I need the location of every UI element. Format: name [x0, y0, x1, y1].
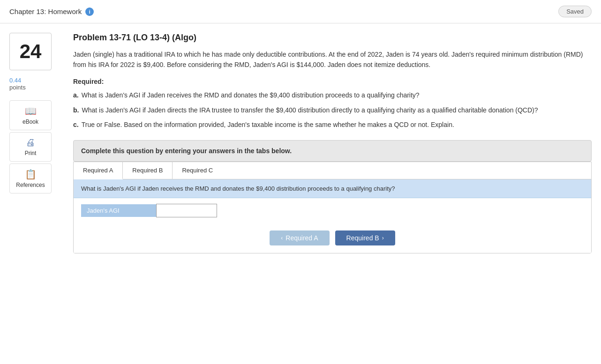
question-c-label: c. — [73, 119, 79, 131]
print-icon: 🖨 — [26, 137, 35, 148]
main-layout: 24 0.44 points 📖 eBook 🖨 Print 📋 Referen… — [0, 23, 601, 263]
question-b-text: What is Jaden's AGI if Jaden directs the… — [82, 105, 538, 116]
sidebar-tools: 📖 eBook 🖨 Print 📋 References — [9, 100, 66, 193]
references-icon: 📋 — [25, 169, 37, 180]
question-number: 24 — [20, 40, 42, 63]
next-chevron-icon: › — [382, 235, 384, 241]
question-b: b. What is Jaden's AGI if Jaden directs … — [73, 105, 592, 116]
instruction-text: Complete this question by entering your … — [81, 147, 292, 155]
tab-question-row: What is Jaden's AGI if Jaden receives th… — [74, 179, 591, 198]
prev-button[interactable]: ‹ Required A — [270, 230, 329, 245]
answer-label: Jaden's AGI — [81, 204, 156, 217]
question-number-box: 24 — [9, 33, 52, 70]
references-button[interactable]: 📋 References — [9, 163, 52, 193]
references-label: References — [16, 182, 45, 188]
points-label: points — [9, 84, 66, 91]
tabs-container: Required A Required B Required C What is… — [73, 162, 592, 253]
problem-description: Jaden (single) has a traditional IRA to … — [73, 49, 592, 70]
info-icon[interactable]: i — [85, 7, 94, 16]
tabs-header: Required A Required B Required C — [74, 162, 591, 179]
header-left: Chapter 13: Homework i — [9, 7, 94, 16]
question-a-text: What is Jaden's AGI if Jaden receives th… — [82, 90, 420, 101]
points-value: 0.44 — [9, 77, 21, 84]
tab-required-b[interactable]: Required B — [123, 162, 173, 179]
tab-content: What is Jaden's AGI if Jaden receives th… — [74, 179, 591, 253]
tab-question-text: What is Jaden's AGI if Jaden receives th… — [81, 185, 395, 192]
prev-label: Required A — [285, 234, 318, 242]
questions-list: a. What is Jaden's AGI if Jaden receives… — [73, 90, 592, 131]
question-b-label: b. — [73, 105, 79, 116]
ebook-button[interactable]: 📖 eBook — [9, 100, 52, 130]
page-header: Chapter 13: Homework i Saved — [0, 0, 601, 23]
tab-required-a[interactable]: Required A — [74, 162, 123, 179]
content-area: Problem 13-71 (LO 13-4) (Algo) Jaden (si… — [73, 33, 592, 253]
sidebar: 24 0.44 points 📖 eBook 🖨 Print 📋 Referen… — [9, 33, 66, 253]
saved-badge: Saved — [558, 6, 592, 17]
question-c: c. True or False. Based on the informati… — [73, 119, 592, 131]
ebook-label: eBook — [23, 119, 38, 125]
prev-chevron-icon: ‹ — [281, 235, 283, 241]
next-label: Required B — [346, 234, 379, 242]
points-info: 0.44 points — [9, 77, 66, 91]
chapter-title: Chapter 13: Homework — [9, 7, 82, 15]
question-a-label: a. — [73, 90, 79, 101]
problem-title: Problem 13-71 (LO 13-4) (Algo) — [73, 33, 592, 43]
print-label: Print — [25, 150, 37, 156]
instruction-box: Complete this question by entering your … — [73, 140, 592, 162]
tab-required-c[interactable]: Required C — [173, 162, 222, 179]
question-c-text: True or False. Based on the information … — [82, 119, 454, 131]
question-a: a. What is Jaden's AGI if Jaden receives… — [73, 90, 592, 101]
next-button[interactable]: Required B › — [335, 230, 395, 245]
answer-row: Jaden's AGI — [74, 198, 591, 223]
nav-buttons: ‹ Required A Required B › — [74, 223, 591, 253]
answer-input[interactable] — [156, 204, 217, 217]
required-label: Required: — [73, 78, 592, 85]
ebook-icon: 📖 — [25, 105, 37, 117]
print-button[interactable]: 🖨 Print — [9, 132, 52, 162]
